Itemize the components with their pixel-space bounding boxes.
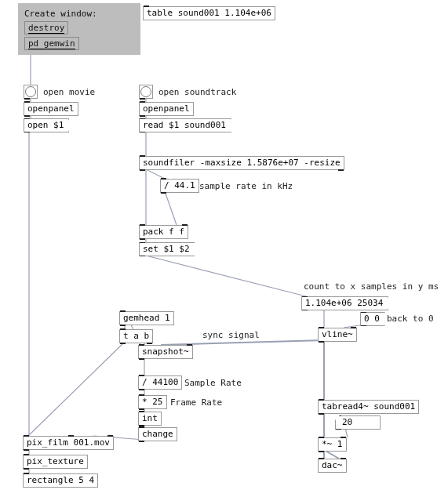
- mul-1-box[interactable]: *~ 1: [318, 437, 347, 452]
- read-sound-msg[interactable]: read $1 sound001: [139, 118, 231, 132]
- openpanel-movie[interactable]: openpanel: [24, 102, 78, 116]
- frame-rate-comment: Frame Rate: [168, 397, 224, 408]
- number-box-value: 20: [342, 417, 352, 427]
- tab-box[interactable]: t a b: [119, 329, 153, 343]
- gemhead-text: gemhead 1: [123, 313, 170, 323]
- int-box[interactable]: int: [138, 412, 162, 426]
- read-sound-text: read $1 sound001: [143, 120, 226, 130]
- change-box[interactable]: change: [138, 427, 177, 441]
- int-text: int: [142, 413, 158, 423]
- sample-rate-comment: Sample Rate: [182, 377, 244, 389]
- count-values-msg[interactable]: 1.104e+06 25034: [301, 296, 388, 310]
- pixfilm-text: pix_film 001.mov: [27, 437, 110, 448]
- number-box[interactable]: 20: [335, 415, 381, 430]
- pixtexture-text: pix_texture: [27, 456, 84, 466]
- change-text: change: [142, 429, 173, 439]
- openpanel-sound-text: openpanel: [143, 103, 190, 114]
- count-values-text: 1.104e+06 25034: [305, 298, 383, 308]
- openpanel-movie-text: openpanel: [27, 103, 75, 114]
- mul-25-text: * 25: [142, 397, 163, 407]
- sync-signal-comment: sync signal: [200, 329, 262, 341]
- set-text: set $1 $2: [143, 244, 190, 254]
- open-movie-msg[interactable]: open $1: [24, 118, 69, 132]
- open-movie-bang[interactable]: [24, 85, 38, 99]
- div-441-text: / 44.1: [164, 180, 195, 190]
- div-441-box[interactable]: / 44.1: [160, 179, 199, 193]
- back-zero-msg[interactable]: 0 0: [360, 312, 385, 326]
- dac-box[interactable]: dac~: [318, 459, 347, 473]
- tabread-box[interactable]: tabread4~ sound001: [318, 400, 419, 414]
- open-movie-text: open $1: [27, 120, 64, 130]
- create-window-title: Create window:: [24, 8, 134, 20]
- rectangle-box[interactable]: rectangle 5 4: [23, 473, 98, 488]
- open-sound-bang[interactable]: [139, 85, 153, 99]
- set-msg[interactable]: set $1 $2: [139, 242, 195, 256]
- rectangle-text: rectangle 5 4: [27, 475, 94, 485]
- gemhead-box[interactable]: gemhead 1: [119, 311, 174, 325]
- snapshot-text: snapshot~: [142, 346, 189, 357]
- soundfiler-text: soundfiler -maxsize 1.5876e+07 -resize: [143, 158, 341, 168]
- pixtexture-box[interactable]: pix_texture: [23, 455, 88, 469]
- open-movie-label: open movie: [41, 86, 97, 98]
- openpanel-sound[interactable]: openpanel: [139, 102, 194, 116]
- table-array[interactable]: table sound001 1.104e+06: [143, 6, 275, 20]
- create-window-header: Create window: destroy pd gemwin: [18, 3, 140, 55]
- mul-1-text: *~ 1: [322, 439, 343, 449]
- tabread-text: tabread4~ sound001: [322, 401, 415, 412]
- mul-25-box[interactable]: * 25: [138, 395, 167, 409]
- pixfilm-box[interactable]: pix_film 001.mov: [23, 436, 114, 450]
- vline-box[interactable]: vline~: [318, 328, 357, 342]
- destroy-msg[interactable]: destroy: [24, 21, 68, 34]
- pack-text: pack f f: [143, 227, 184, 237]
- table-label: table sound001 1.104e+06: [147, 8, 271, 18]
- back-zero-comment: back to 0: [384, 313, 436, 325]
- div-44100-box[interactable]: / 44100: [138, 375, 182, 390]
- pd-gemwin-subpatch[interactable]: pd gemwin: [24, 37, 79, 50]
- snapshot-box[interactable]: snapshot~: [138, 345, 193, 359]
- pack-box[interactable]: pack f f: [139, 225, 188, 239]
- soundfiler-box[interactable]: soundfiler -maxsize 1.5876e+07 -resize: [139, 156, 344, 170]
- vline-text: vline~: [322, 329, 353, 339]
- back-zero-text: 0 0: [364, 314, 380, 324]
- div-44100-text: / 44100: [142, 377, 178, 387]
- div-441-comment: sample rate in kHz: [197, 180, 295, 192]
- dac-text: dac~: [322, 460, 343, 470]
- open-sound-label: open soundtrack: [156, 86, 239, 98]
- count-comment: count to x samples in y ms: [301, 281, 441, 292]
- tab-text: t a b: [123, 331, 149, 341]
